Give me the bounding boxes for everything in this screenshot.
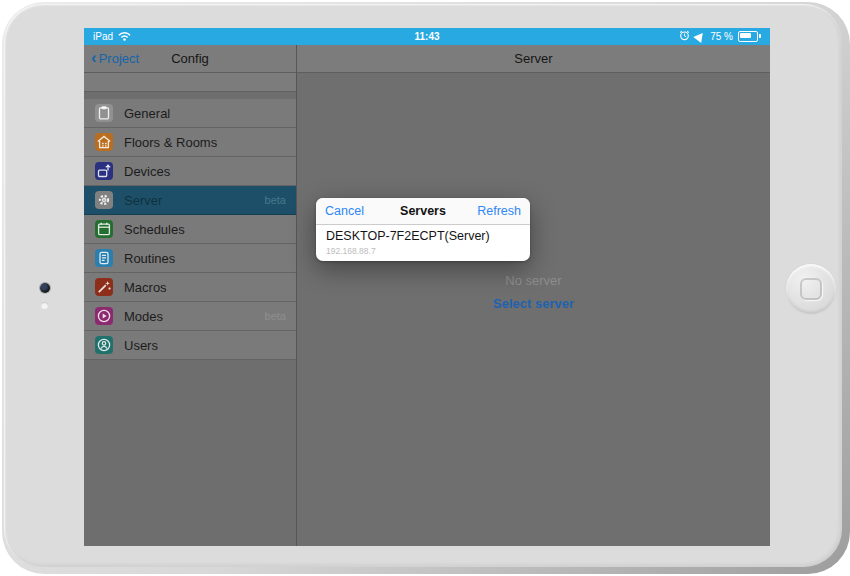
wand-icon <box>95 278 113 296</box>
user-icon <box>95 336 113 354</box>
sidebar-item-label: Macros <box>124 280 167 295</box>
config-sidebar: ‹ Project Config GeneralFloors & RoomsDe… <box>84 45 297 546</box>
scroll-icon <box>95 249 113 267</box>
refresh-button[interactable]: Refresh <box>477 204 521 218</box>
servers-popup: Cancel Servers Refresh DESKTOP-7F2ECPT(S… <box>316 198 530 261</box>
screen: iPad 11:43 75 % <box>84 28 770 546</box>
sidebar-item-label: Floors & Rooms <box>124 135 217 150</box>
beta-badge: beta <box>265 310 286 322</box>
devices-icon <box>95 162 113 180</box>
sidebar-item-routines[interactable]: Routines <box>84 244 296 273</box>
clock: 11:43 <box>84 31 770 42</box>
back-button-project[interactable]: ‹ Project <box>84 51 139 66</box>
calendar-icon <box>95 220 113 238</box>
server-panel-title: Server <box>297 51 770 66</box>
status-bar: iPad 11:43 75 % <box>84 28 770 45</box>
clipboard-icon <box>95 104 113 122</box>
server-ip: 192.168.88.7 <box>326 246 520 256</box>
sidebar-item-modes[interactable]: Modesbeta <box>84 302 296 331</box>
select-server-link[interactable]: Select server <box>297 296 770 311</box>
alarm-icon <box>679 30 690 43</box>
chevron-left-icon: ‹ <box>91 49 97 66</box>
battery-percent: 75 % <box>710 31 733 42</box>
app-body: ‹ Project Config GeneralFloors & RoomsDe… <box>84 45 770 546</box>
sidebar-item-floors-rooms[interactable]: Floors & Rooms <box>84 128 296 157</box>
gear-icon <box>95 191 113 209</box>
beta-badge: beta <box>265 194 286 206</box>
servers-popup-header: Cancel Servers Refresh <box>316 198 530 225</box>
sidebar-item-devices[interactable]: Devices <box>84 157 296 186</box>
sidebar-navbar: ‹ Project Config <box>84 45 296 73</box>
sidebar-item-macros[interactable]: Macros <box>84 273 296 302</box>
server-panel: Server No server Select server <box>297 45 770 546</box>
cancel-button[interactable]: Cancel <box>325 204 364 218</box>
back-button-label: Project <box>99 51 139 66</box>
camera-icon <box>40 283 50 293</box>
home-button[interactable] <box>786 264 836 314</box>
wifi-icon <box>118 31 131 43</box>
server-name: DESKTOP-7F2ECPT(Server) <box>326 229 520 245</box>
sidebar-item-schedules[interactable]: Schedules <box>84 215 296 244</box>
house-icon <box>95 133 113 151</box>
no-server-label: No server <box>297 273 770 288</box>
sidebar-item-label: General <box>124 106 170 121</box>
sidebar-item-label: Modes <box>124 309 163 324</box>
server-panel-navbar: Server <box>297 45 770 73</box>
play-icon <box>95 307 113 325</box>
location-icon <box>693 29 706 42</box>
sidebar-menu: GeneralFloors & RoomsDevicesServerbetaSc… <box>84 99 296 360</box>
server-list-item[interactable]: DESKTOP-7F2ECPT(Server) 192.168.88.7 <box>316 225 530 256</box>
sidebar-spacer <box>84 73 296 92</box>
sidebar-item-label: Devices <box>124 164 170 179</box>
sidebar-item-label: Users <box>124 338 158 353</box>
mic-dot <box>41 302 48 309</box>
sidebar-item-label: Routines <box>124 251 175 266</box>
battery-icon <box>738 31 758 42</box>
sidebar-item-users[interactable]: Users <box>84 331 296 360</box>
home-button-square-icon <box>800 278 822 300</box>
sidebar-item-label: Server <box>124 193 162 208</box>
sidebar-item-general[interactable]: General <box>84 99 296 128</box>
sidebar-item-label: Schedules <box>124 222 185 237</box>
sidebar-item-server[interactable]: Serverbeta <box>84 186 296 215</box>
carrier-label: iPad <box>93 31 113 42</box>
